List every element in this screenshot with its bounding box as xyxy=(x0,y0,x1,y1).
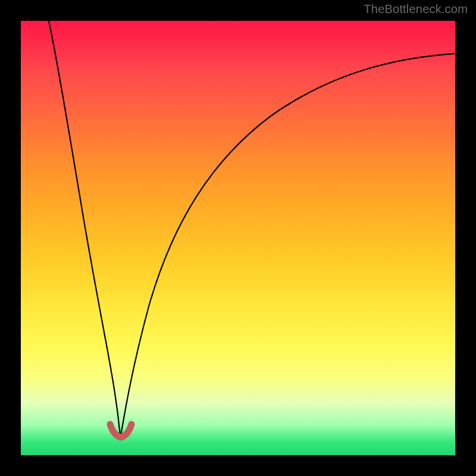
right-branch-curve xyxy=(121,54,455,436)
left-branch-curve xyxy=(49,21,120,436)
plot-area xyxy=(21,21,455,455)
chart-frame: TheBottleneck.com xyxy=(0,0,476,476)
curve-layer xyxy=(21,21,455,455)
watermark-text: TheBottleneck.com xyxy=(364,2,468,16)
min-notch-accent xyxy=(110,424,131,437)
